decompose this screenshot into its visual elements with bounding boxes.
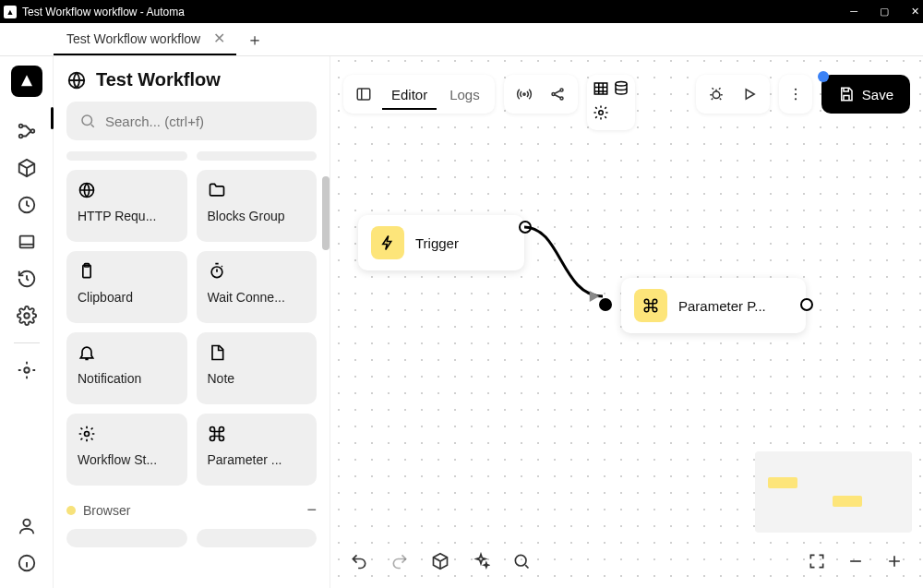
workflow-title: Test Workflow [66,69,317,90]
data-tools [587,75,635,130]
schedule-icon[interactable] [17,195,37,215]
search-field[interactable] [105,114,304,129]
search-icon [79,113,96,129]
tab-close-icon[interactable]: ✕ [213,30,225,47]
output-port[interactable] [800,298,813,311]
svg-point-0 [18,125,22,128]
fullscreen-icon[interactable] [799,544,834,579]
trigger-icon [371,226,404,259]
canvas-toolbar [342,544,912,579]
svg-point-19 [560,89,563,91]
clipboard-icon [78,262,96,281]
tab-logs[interactable]: Logs [440,83,489,106]
svg-point-23 [598,111,603,115]
play-icon[interactable] [735,80,764,108]
svg-point-27 [795,98,797,100]
block-placeholder [66,151,187,161]
block-clipboard[interactable]: Clipboard [66,251,187,323]
svg-point-25 [795,89,797,90]
nav-rail [0,56,54,588]
package-icon[interactable] [423,544,458,579]
titlebar: ▲ Test Workflow workflow - Automa ─ ▢ ✕ [0,0,923,23]
share-tools [504,75,578,114]
svg-point-6 [24,367,30,373]
debug-icon[interactable] [701,80,731,108]
zoom-out-icon[interactable] [838,544,873,579]
database-icon[interactable] [613,80,629,101]
editor-canvas[interactable]: Editor Logs [330,56,923,588]
svg-rect-4 [19,236,33,248]
svg-point-5 [24,313,30,318]
broadcast-icon[interactable] [509,80,539,108]
sidebar-scrollbar[interactable] [322,176,330,250]
block-wait-connections[interactable]: Wait Conne... [197,251,318,323]
history-icon[interactable] [17,269,37,289]
svg-point-10 [82,115,92,126]
unsaved-indicator [818,71,829,82]
svg-point-15 [85,432,90,437]
locate-icon[interactable] [17,360,37,380]
section-browser[interactable]: Browser − [66,500,317,520]
block-blocks-group[interactable]: Blocks Group [197,170,318,242]
package-icon[interactable] [17,158,37,178]
block-workflow-state[interactable]: Workflow St... [66,414,187,486]
block-placeholder [197,529,318,547]
new-tab-button[interactable]: ＋ [236,23,273,55]
command-icon [208,425,226,443]
settings-icon[interactable] [17,306,37,326]
note-icon [208,343,226,362]
gear-icon[interactable] [593,104,609,125]
save-button[interactable]: Save [821,75,910,114]
undo-icon[interactable] [342,544,377,579]
table-icon[interactable] [593,80,609,101]
zoom-in-icon[interactable] [877,544,912,579]
block-http-request[interactable]: HTTP Requ... [66,170,187,242]
workflows-icon[interactable] [17,121,37,141]
svg-point-17 [523,93,525,95]
panel-toggle-icon[interactable] [349,80,378,108]
search-input[interactable] [66,102,317,140]
svg-point-22 [616,82,627,87]
bell-icon [78,343,96,362]
svg-point-24 [713,91,720,99]
share-icon[interactable] [543,80,572,108]
minimap[interactable] [755,451,912,533]
arrow-icon [586,288,603,305]
output-port[interactable] [519,221,532,234]
blocks-sidebar: Test Workflow HTTP Requ... Blocks Group [54,56,330,588]
svg-point-2 [30,129,34,133]
node-trigger[interactable]: Trigger [358,215,524,270]
command-icon [634,289,667,322]
account-icon[interactable] [17,516,37,536]
save-icon [838,86,855,102]
storage-icon[interactable] [17,232,37,252]
block-parameter-prompt[interactable]: Parameter ... [197,414,318,486]
app-logo[interactable] [11,66,42,97]
magic-icon[interactable] [463,544,498,579]
tab-editor[interactable]: Editor [382,83,437,110]
tabbar: Test Workflow workflow ✕ ＋ [0,23,923,56]
maximize-button[interactable]: ▢ [880,6,889,18]
workflow-tab[interactable]: Test Workflow workflow ✕ [54,23,236,55]
block-note[interactable]: Note [197,332,318,404]
more-menu[interactable] [779,75,812,114]
search-canvas-icon[interactable] [504,544,539,579]
collapse-icon[interactable]: − [306,500,317,520]
app-icon: ▲ [4,6,17,18]
edge [515,218,626,310]
info-icon[interactable] [17,553,37,573]
svg-point-26 [795,93,797,95]
stopwatch-icon [208,262,226,281]
svg-rect-16 [357,89,370,100]
section-dot-icon [66,506,76,515]
node-parameter-prompt[interactable]: Parameter P... [621,278,806,333]
gear-icon [78,425,96,443]
close-button[interactable]: ✕ [911,6,919,18]
globe-icon [78,181,96,199]
view-tabs: Editor Logs [343,75,495,114]
run-tools [696,75,770,114]
redo-icon[interactable] [382,544,417,579]
svg-rect-21 [594,83,607,94]
minimize-button[interactable]: ─ [850,6,857,18]
block-notification[interactable]: Notification [66,332,187,404]
